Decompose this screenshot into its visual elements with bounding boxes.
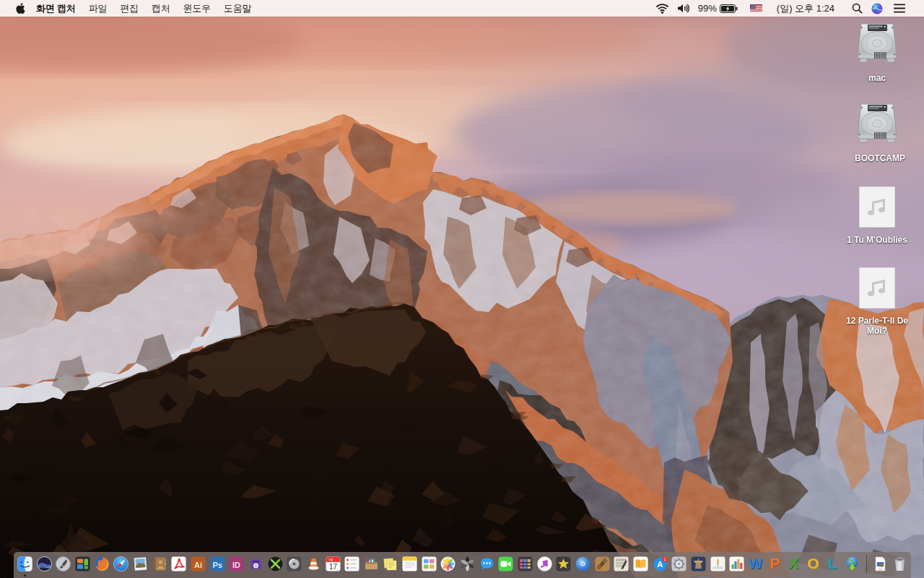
svg-text:A: A [657, 560, 663, 569]
svg-text:L: L [828, 556, 837, 571]
svg-text:ID: ID [232, 560, 240, 569]
svg-text:m4a: m4a [878, 567, 882, 570]
svg-text:Ps: Ps [212, 560, 222, 569]
svg-text:O: O [807, 556, 819, 571]
svg-text:W: W [749, 556, 763, 571]
svg-text:17: 17 [328, 562, 337, 570]
svg-text:X: X [789, 556, 799, 571]
svg-text:1: 1 [663, 556, 666, 561]
svg-text:Ai: Ai [194, 560, 202, 569]
svg-text:P: P [770, 556, 780, 571]
svg-text:7월: 7월 [328, 558, 333, 561]
